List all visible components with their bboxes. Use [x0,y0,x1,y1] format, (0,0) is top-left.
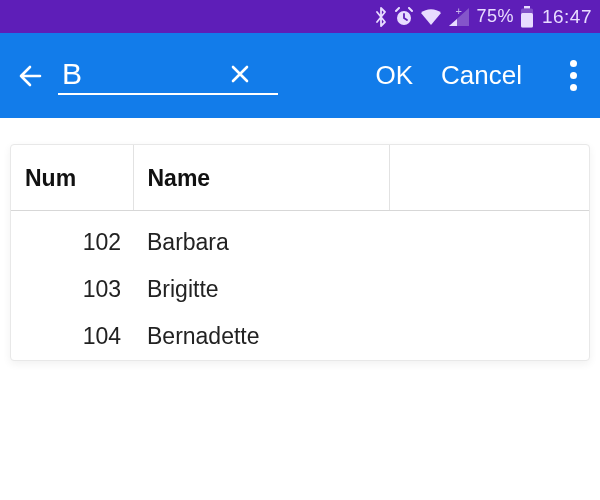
cell-name: Barbara [133,211,389,267]
back-button[interactable] [10,56,50,96]
cell-name: Bernadette [133,313,389,360]
cancel-button[interactable]: Cancel [441,60,522,91]
cell-num: 102 [11,211,133,267]
alarm-icon [394,7,414,27]
results-card: Num Name 102Barbara103Brigitte104Bernade… [10,144,590,361]
col-header-name[interactable]: Name [133,145,389,211]
table-header-row: Num Name [11,145,589,211]
cell-num: 104 [11,313,133,360]
battery-icon [520,6,534,28]
search-input[interactable] [60,57,220,91]
app-bar: OK Cancel [0,33,600,118]
col-header-num[interactable]: Num [11,145,133,211]
bluetooth-icon [374,7,388,27]
cell-name: Brigitte [133,266,389,313]
status-bar: + 75% 16:47 [0,0,600,33]
signal-icon: + [448,7,470,27]
results-table: Num Name 102Barbara103Brigitte104Bernade… [11,145,589,360]
wifi-icon [420,8,442,26]
overflow-menu-button[interactable] [558,54,588,97]
table-row[interactable]: 102Barbara [11,211,589,267]
col-header-spacer [389,145,589,211]
app-bar-actions: OK Cancel [375,54,588,97]
battery-percent: 75% [476,6,514,27]
svg-rect-1 [524,6,530,9]
table-row[interactable]: 103Brigitte [11,266,589,313]
svg-rect-3 [521,13,533,28]
clear-search-button[interactable] [224,58,256,90]
cell-num: 103 [11,266,133,313]
status-clock: 16:47 [542,6,592,28]
search-field-wrap [58,57,278,95]
ok-button[interactable]: OK [375,60,413,91]
table-row[interactable]: 104Bernadette [11,313,589,360]
